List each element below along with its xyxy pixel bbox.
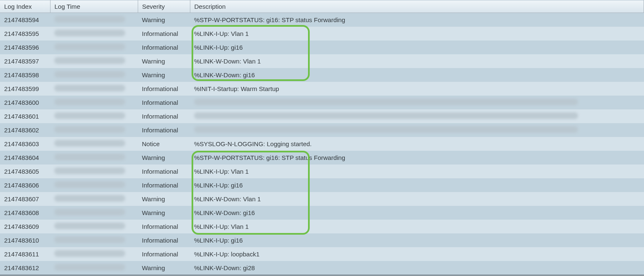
redacted-time (54, 112, 125, 119)
table-row[interactable]: 2147483611Informational%LINK-I-Up: loopb… (0, 247, 644, 261)
cell-log-index: 2147483599 (0, 82, 50, 96)
cell-description: %LINK-I-Up: gi16 (190, 41, 644, 54)
table-row[interactable]: 2147483602Informational (0, 123, 644, 137)
redacted-time (54, 99, 125, 105)
table-row[interactable]: 2147483599Informational%INIT-I-Startup: … (0, 82, 644, 96)
redacted-time (54, 140, 125, 147)
redacted-time (54, 57, 125, 64)
cell-description: %LINK-W-Down: Vlan 1 (190, 192, 644, 206)
redacted-description (194, 112, 578, 119)
cell-log-time (50, 151, 138, 165)
cell-severity: Informational (138, 123, 190, 137)
table-header-row: Log Index Log Time Severity Description (0, 0, 644, 13)
redacted-time (54, 30, 125, 36)
cell-log-index: 2147483600 (0, 96, 50, 109)
table-row[interactable]: 2147483598Warning%LINK-W-Down: gi16 (0, 68, 644, 82)
table-row[interactable]: 2147483608Warning%LINK-W-Down: gi16 (0, 206, 644, 220)
cell-severity: Warning (138, 68, 190, 82)
cell-description: %STP-W-PORTSTATUS: gi16: STP status Forw… (190, 13, 644, 27)
cell-log-time (50, 109, 138, 123)
redacted-time (54, 154, 125, 160)
table-row[interactable]: 2147483609Informational%LINK-I-Up: Vlan … (0, 220, 644, 233)
table-row[interactable]: 2147483605Informational%LINK-I-Up: Vlan … (0, 165, 644, 178)
cell-description: %LINK-I-Up: Vlan 1 (190, 220, 644, 233)
cell-log-index: 2147483607 (0, 192, 50, 206)
cell-log-time (50, 220, 138, 233)
table-row[interactable]: 2147483603Notice%SYSLOG-N-LOGGING: Loggi… (0, 137, 644, 151)
cell-log-time (50, 233, 138, 247)
cell-log-time (50, 13, 138, 27)
table-row[interactable]: 2147483597Warning%LINK-W-Down: Vlan 1 (0, 54, 644, 68)
redacted-time (54, 195, 125, 202)
cell-severity: Informational (138, 27, 190, 41)
redacted-time (54, 209, 125, 215)
cell-log-index: 2147483601 (0, 109, 50, 123)
cell-description: %LINK-I-Up: gi16 (190, 233, 644, 247)
table-row[interactable]: 2147483610Informational%LINK-I-Up: gi16 (0, 233, 644, 247)
table-row[interactable]: 2147483607Warning%LINK-W-Down: Vlan 1 (0, 192, 644, 206)
cell-log-index: 2147483606 (0, 178, 50, 192)
cell-description: %SYSLOG-N-LOGGING: Logging started. (190, 137, 644, 151)
cell-description (190, 109, 644, 123)
cell-severity: Notice (138, 137, 190, 151)
cell-severity: Informational (138, 109, 190, 123)
cell-severity: Informational (138, 82, 190, 96)
redacted-description (194, 126, 578, 133)
table-row[interactable]: 2147483594Warning%STP-W-PORTSTATUS: gi16… (0, 13, 644, 27)
cell-log-index: 2147483611 (0, 247, 50, 261)
cell-log-index: 2147483594 (0, 13, 50, 27)
cell-log-time (50, 123, 138, 137)
cell-description (190, 123, 644, 137)
redacted-time (54, 71, 125, 78)
cell-log-index: 2147483608 (0, 206, 50, 220)
table-row[interactable]: 2147483604Warning%STP-W-PORTSTATUS: gi16… (0, 151, 644, 165)
cell-description: %LINK-W-Down: gi16 (190, 68, 644, 82)
col-header-log-time[interactable]: Log Time (50, 0, 138, 13)
redacted-time (54, 223, 125, 229)
redacted-time (54, 126, 125, 133)
cell-description: %LINK-I-Up: loopback1 (190, 247, 644, 261)
log-table: Log Index Log Time Severity Description … (0, 0, 644, 276)
cell-description: %LINK-W-Down: gi28 (190, 261, 644, 275)
cell-description: %LINK-I-Up: Vlan 1 (190, 27, 644, 41)
redacted-description (194, 99, 578, 105)
cell-log-time (50, 27, 138, 41)
cell-severity: Warning (138, 206, 190, 220)
table-row[interactable]: 2147483601Informational (0, 109, 644, 123)
cell-log-index: 2147483612 (0, 261, 50, 275)
cell-severity: Informational (138, 41, 190, 54)
col-header-description[interactable]: Description (190, 0, 644, 13)
cell-severity: Warning (138, 151, 190, 165)
cell-log-index: 2147483603 (0, 137, 50, 151)
cell-log-index: 2147483598 (0, 68, 50, 82)
redacted-time (54, 16, 125, 23)
cell-severity: Informational (138, 178, 190, 192)
cell-log-index: 2147483609 (0, 220, 50, 233)
cell-severity: Warning (138, 13, 190, 27)
cell-description (190, 96, 644, 109)
cell-severity: Warning (138, 192, 190, 206)
cell-log-time (50, 137, 138, 151)
table-row[interactable]: 2147483600Informational (0, 96, 644, 109)
cell-description: %LINK-W-Down: Vlan 1 (190, 54, 644, 68)
cell-severity: Informational (138, 96, 190, 109)
redacted-time (54, 43, 125, 50)
cell-log-time (50, 261, 138, 275)
col-header-severity[interactable]: Severity (138, 0, 190, 13)
cell-log-time (50, 82, 138, 96)
cell-log-time (50, 41, 138, 54)
table-row[interactable]: 2147483606Informational%LINK-I-Up: gi16 (0, 178, 644, 192)
cell-log-index: 2147483597 (0, 54, 50, 68)
cell-description: %LINK-I-Up: Vlan 1 (190, 165, 644, 178)
redacted-time (54, 236, 125, 243)
cell-log-index: 2147483595 (0, 27, 50, 41)
table-row[interactable]: 2147483612Warning%LINK-W-Down: gi28 (0, 261, 644, 275)
cell-log-index: 2147483605 (0, 165, 50, 178)
col-header-log-index[interactable]: Log Index (0, 0, 50, 13)
table-row[interactable]: 2147483595Informational%LINK-I-Up: Vlan … (0, 27, 644, 41)
cell-log-time (50, 206, 138, 220)
redacted-time (54, 85, 125, 91)
cell-description: %INIT-I-Startup: Warm Startup (190, 82, 644, 96)
table-row[interactable]: 2147483596Informational%LINK-I-Up: gi16 (0, 41, 644, 54)
cell-log-time (50, 68, 138, 82)
